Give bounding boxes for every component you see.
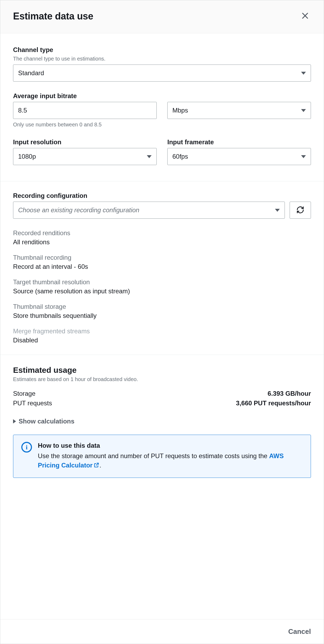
channel-type-value: Standard [18,69,44,77]
chevron-down-icon [301,72,306,75]
recording-config-placeholder: Choose an existing recording configurati… [18,206,139,214]
thumb-store-value: Store thumbnails sequentially [13,312,311,319]
metrics: Storage 6.393 GB/hour PUT requests 3,660… [13,390,311,407]
put-row: PUT requests 3,660 PUT requests/hour [13,399,311,407]
bitrate-unit-select[interactable]: Mbps [167,102,311,119]
close-button[interactable] [299,10,311,22]
thumb-store-kv: Thumbnail storage Store thumbnails seque… [13,303,311,319]
recording-config-field: Recording configuration Choose an existi… [13,192,311,219]
channel-type-field: Channel type The channel type to use in … [13,46,311,82]
cancel-button[interactable]: Cancel [288,627,311,636]
framerate-field: Input framerate 60fps [167,138,311,165]
put-label: PUT requests [13,399,52,407]
resolution-value: 1080p [18,153,36,160]
bitrate-row: Mbps [13,102,311,119]
estimated-usage-sub: Estimates are based on 1 hour of broadca… [13,376,311,382]
chevron-down-icon [301,155,306,158]
storage-label: Storage [13,390,35,397]
modal-title: Estimate data use [13,11,93,22]
bitrate-unit-value: Mbps [172,107,188,114]
show-calculations-toggle[interactable]: Show calculations [13,418,74,425]
modal-body: Channel type The channel type to use in … [0,33,324,619]
bitrate-label: Average input bitrate [13,92,311,100]
external-link-icon [94,461,99,471]
thumb-res-value: Source (same resolution as input stream) [13,287,311,295]
recording-config-row: Choose an existing recording configurati… [13,202,311,219]
bitrate-note: Only use numbers between 0 and 8.5 [13,122,311,128]
info-icon: i [21,442,32,453]
info-body-post: . [99,462,101,469]
storage-row: Storage 6.393 GB/hour [13,390,311,397]
chevron-down-icon [275,209,280,212]
put-value: 3,660 PUT requests/hour [236,399,311,407]
resolution-field: Input resolution 1080p [13,138,157,165]
framerate-select[interactable]: 60fps [167,148,311,165]
bitrate-field: Average input bitrate Mbps Only use numb… [13,92,311,128]
thumb-res-kv: Target thumbnail resolution Source (same… [13,278,311,295]
recording-config-select[interactable]: Choose an existing recording configurati… [13,202,285,219]
merge-value: Disabled [13,337,311,344]
thumb-res-label: Target thumbnail resolution [13,278,311,286]
bitrate-input[interactable] [13,102,157,119]
framerate-value: 60fps [172,153,188,160]
channel-type-select[interactable]: Standard [13,65,311,82]
channel-type-label: Channel type [13,46,311,54]
estimated-usage-heading: Estimated usage [13,366,311,375]
merge-kv: Merge fragmented streams Disabled [13,327,311,344]
info-box: i How to use this data Use the storage a… [13,435,311,478]
merge-label: Merge fragmented streams [13,327,311,335]
info-body: Use the storage amount and number of PUT… [38,451,303,471]
divider [0,355,324,355]
recording-config-label: Recording configuration [13,192,311,199]
divider [0,181,324,181]
renditions-kv: Recorded renditions All renditions [13,229,311,246]
resolution-select[interactable]: 1080p [13,148,157,165]
channel-type-hint: The channel type to use in estimations. [13,56,311,62]
estimated-usage-section: Estimated usage Estimates are based on 1… [13,366,311,478]
res-fps-row: Input resolution 1080p Input framerate 6… [13,138,311,176]
renditions-label: Recorded renditions [13,229,311,237]
thumb-rec-label: Thumbnail recording [13,254,311,261]
resolution-label: Input resolution [13,138,157,146]
show-calculations-label: Show calculations [19,418,74,425]
chevron-down-icon [301,109,306,112]
close-icon [301,17,309,21]
modal-footer: Cancel [0,619,324,644]
thumb-rec-kv: Thumbnail recording Record at an interva… [13,254,311,270]
info-content: How to use this data Use the storage amo… [38,442,303,471]
chevron-down-icon [147,155,152,158]
refresh-icon [296,206,304,215]
chevron-right-icon [13,419,16,423]
thumb-store-label: Thumbnail storage [13,303,311,310]
framerate-label: Input framerate [167,138,311,146]
info-body-pre: Use the storage amount and number of PUT… [38,452,269,459]
thumb-rec-value: Record at an interval - 60s [13,263,311,270]
info-title: How to use this data [38,442,303,449]
modal-header: Estimate data use [0,0,324,33]
estimate-data-use-modal: Estimate data use Channel type The chann… [0,0,324,644]
renditions-value: All renditions [13,238,311,246]
storage-value: 6.393 GB/hour [268,390,311,397]
refresh-button[interactable] [290,202,311,219]
